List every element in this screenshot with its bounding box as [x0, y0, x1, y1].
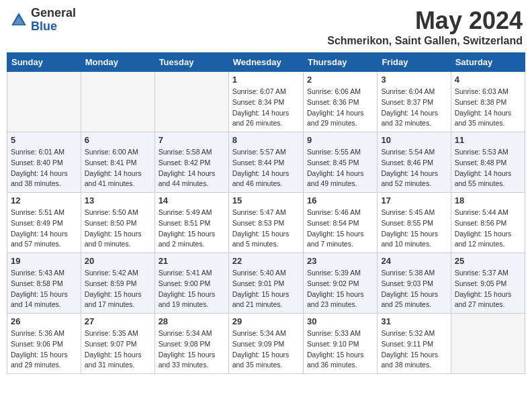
day-info: Sunrise: 5:55 AMSunset: 8:45 PMDaylight:… — [307, 147, 373, 189]
calendar-day-cell — [451, 314, 525, 374]
day-info: Sunrise: 5:39 AMSunset: 9:02 PMDaylight:… — [307, 268, 373, 310]
day-number: 22 — [232, 256, 300, 266]
weekday-header-cell: Tuesday — [154, 53, 228, 72]
calendar-day-cell — [7, 72, 81, 132]
day-info: Sunrise: 5:41 AMSunset: 9:00 PMDaylight:… — [159, 268, 225, 310]
calendar-day-cell: 6Sunrise: 6:00 AMSunset: 8:41 PMDaylight… — [81, 132, 154, 193]
calendar-week-row: 26Sunrise: 5:36 AMSunset: 9:06 PMDayligh… — [7, 314, 525, 374]
day-number: 19 — [11, 256, 77, 266]
day-number: 15 — [232, 195, 300, 205]
calendar-day-cell: 8Sunrise: 5:57 AMSunset: 8:44 PMDaylight… — [228, 132, 303, 193]
calendar-day-cell: 4Sunrise: 6:03 AMSunset: 8:38 PMDaylight… — [451, 72, 525, 132]
day-number: 23 — [307, 256, 373, 266]
weekday-header-row: SundayMondayTuesdayWednesdayThursdayFrid… — [7, 53, 525, 72]
weekday-header-cell: Sunday — [7, 53, 81, 72]
day-info: Sunrise: 5:51 AMSunset: 8:49 PMDaylight:… — [11, 208, 77, 250]
day-number: 5 — [11, 135, 77, 145]
day-info: Sunrise: 5:47 AMSunset: 8:53 PMDaylight:… — [232, 208, 300, 250]
weekday-header-cell: Thursday — [303, 53, 377, 72]
day-number: 29 — [232, 316, 300, 326]
day-number: 26 — [11, 316, 77, 326]
calendar-day-cell: 9Sunrise: 5:55 AMSunset: 8:45 PMDaylight… — [303, 132, 377, 193]
day-number: 12 — [11, 195, 77, 205]
day-number: 2 — [307, 75, 373, 85]
calendar-day-cell: 12Sunrise: 5:51 AMSunset: 8:49 PMDayligh… — [7, 193, 81, 253]
day-number: 13 — [85, 195, 151, 205]
day-info: Sunrise: 5:49 AMSunset: 8:51 PMDaylight:… — [159, 208, 225, 250]
day-info: Sunrise: 5:58 AMSunset: 8:42 PMDaylight:… — [159, 147, 225, 189]
day-number: 11 — [455, 135, 521, 145]
day-number: 24 — [381, 256, 447, 266]
logo: General Blue — [9, 7, 76, 34]
day-number: 7 — [159, 135, 225, 145]
day-info: Sunrise: 5:57 AMSunset: 8:44 PMDaylight:… — [232, 147, 300, 189]
day-info: Sunrise: 5:37 AMSunset: 9:05 PMDaylight:… — [455, 268, 521, 310]
day-info: Sunrise: 6:00 AMSunset: 8:41 PMDaylight:… — [85, 147, 151, 189]
calendar-day-cell — [81, 72, 154, 132]
logo-blue-text: Blue — [31, 20, 76, 34]
day-info: Sunrise: 5:36 AMSunset: 9:06 PMDaylight:… — [11, 328, 77, 371]
calendar-day-cell: 14Sunrise: 5:49 AMSunset: 8:51 PMDayligh… — [154, 193, 228, 253]
day-number: 30 — [307, 316, 373, 326]
day-number: 27 — [85, 316, 151, 326]
calendar-day-cell: 20Sunrise: 5:42 AMSunset: 8:59 PMDayligh… — [81, 253, 154, 314]
calendar-day-cell: 30Sunrise: 5:33 AMSunset: 9:10 PMDayligh… — [303, 314, 377, 374]
day-number: 3 — [381, 75, 447, 85]
day-info: Sunrise: 6:06 AMSunset: 8:36 PMDaylight:… — [307, 87, 373, 129]
calendar-week-row: 12Sunrise: 5:51 AMSunset: 8:49 PMDayligh… — [7, 193, 525, 253]
day-number: 1 — [232, 75, 300, 85]
title-block: May 2024 Schmerikon, Saint Gallen, Switz… — [327, 7, 523, 47]
day-number: 4 — [455, 75, 521, 85]
day-number: 17 — [381, 195, 447, 205]
day-info: Sunrise: 5:53 AMSunset: 8:48 PMDaylight:… — [455, 147, 521, 189]
calendar-day-cell: 16Sunrise: 5:46 AMSunset: 8:54 PMDayligh… — [303, 193, 377, 253]
calendar-day-cell: 26Sunrise: 5:36 AMSunset: 9:06 PMDayligh… — [7, 314, 81, 374]
calendar-day-cell: 21Sunrise: 5:41 AMSunset: 9:00 PMDayligh… — [154, 253, 228, 314]
calendar-day-cell: 28Sunrise: 5:34 AMSunset: 9:08 PMDayligh… — [154, 314, 228, 374]
day-info: Sunrise: 5:32 AMSunset: 9:11 PMDaylight:… — [381, 328, 447, 371]
day-info: Sunrise: 6:01 AMSunset: 8:40 PMDaylight:… — [11, 147, 77, 189]
day-info: Sunrise: 5:35 AMSunset: 9:07 PMDaylight:… — [85, 328, 151, 371]
logo-icon — [9, 11, 28, 30]
calendar-day-cell: 23Sunrise: 5:39 AMSunset: 9:02 PMDayligh… — [303, 253, 377, 314]
calendar-day-cell: 7Sunrise: 5:58 AMSunset: 8:42 PMDaylight… — [154, 132, 228, 193]
day-number: 8 — [232, 135, 300, 145]
calendar-week-row: 1Sunrise: 6:07 AMSunset: 8:34 PMDaylight… — [7, 72, 525, 132]
calendar-day-cell: 27Sunrise: 5:35 AMSunset: 9:07 PMDayligh… — [81, 314, 154, 374]
day-info: Sunrise: 5:54 AMSunset: 8:46 PMDaylight:… — [381, 147, 447, 189]
day-number: 14 — [159, 195, 225, 205]
calendar-week-row: 19Sunrise: 5:43 AMSunset: 8:58 PMDayligh… — [7, 253, 525, 314]
day-number: 28 — [159, 316, 225, 326]
location-title: Schmerikon, Saint Gallen, Switzerland — [327, 35, 523, 47]
day-number: 20 — [85, 256, 151, 266]
day-info: Sunrise: 5:44 AMSunset: 8:56 PMDaylight:… — [455, 208, 521, 250]
day-info: Sunrise: 5:40 AMSunset: 9:01 PMDaylight:… — [232, 268, 300, 310]
calendar-day-cell: 31Sunrise: 5:32 AMSunset: 9:11 PMDayligh… — [378, 314, 451, 374]
day-info: Sunrise: 5:33 AMSunset: 9:10 PMDaylight:… — [307, 328, 373, 371]
calendar-day-cell: 5Sunrise: 6:01 AMSunset: 8:40 PMDaylight… — [7, 132, 81, 193]
calendar-day-cell: 17Sunrise: 5:45 AMSunset: 8:55 PMDayligh… — [378, 193, 451, 253]
day-info: Sunrise: 6:04 AMSunset: 8:37 PMDaylight:… — [381, 87, 447, 129]
month-title: May 2024 — [327, 7, 523, 35]
calendar-day-cell: 15Sunrise: 5:47 AMSunset: 8:53 PMDayligh… — [228, 193, 303, 253]
calendar-day-cell: 10Sunrise: 5:54 AMSunset: 8:46 PMDayligh… — [378, 132, 451, 193]
day-number: 10 — [381, 135, 447, 145]
calendar-day-cell — [154, 72, 228, 132]
weekday-header-cell: Friday — [378, 53, 451, 72]
weekday-header-cell: Wednesday — [228, 53, 303, 72]
day-info: Sunrise: 5:34 AMSunset: 9:09 PMDaylight:… — [232, 328, 300, 371]
calendar-day-cell: 29Sunrise: 5:34 AMSunset: 9:09 PMDayligh… — [228, 314, 303, 374]
day-info: Sunrise: 5:42 AMSunset: 8:59 PMDaylight:… — [85, 268, 151, 310]
calendar-day-cell: 19Sunrise: 5:43 AMSunset: 8:58 PMDayligh… — [7, 253, 81, 314]
day-number: 25 — [455, 256, 521, 266]
weekday-header-cell: Monday — [81, 53, 154, 72]
day-info: Sunrise: 5:38 AMSunset: 9:03 PMDaylight:… — [381, 268, 447, 310]
day-number: 31 — [381, 316, 447, 326]
weekday-header-cell: Saturday — [451, 53, 525, 72]
day-info: Sunrise: 5:45 AMSunset: 8:55 PMDaylight:… — [381, 208, 447, 250]
calendar-body: 1Sunrise: 6:07 AMSunset: 8:34 PMDaylight… — [7, 72, 525, 374]
day-info: Sunrise: 5:46 AMSunset: 8:54 PMDaylight:… — [307, 208, 373, 250]
calendar-day-cell: 22Sunrise: 5:40 AMSunset: 9:01 PMDayligh… — [228, 253, 303, 314]
calendar-day-cell: 18Sunrise: 5:44 AMSunset: 8:56 PMDayligh… — [451, 193, 525, 253]
day-info: Sunrise: 5:34 AMSunset: 9:08 PMDaylight:… — [159, 328, 225, 371]
